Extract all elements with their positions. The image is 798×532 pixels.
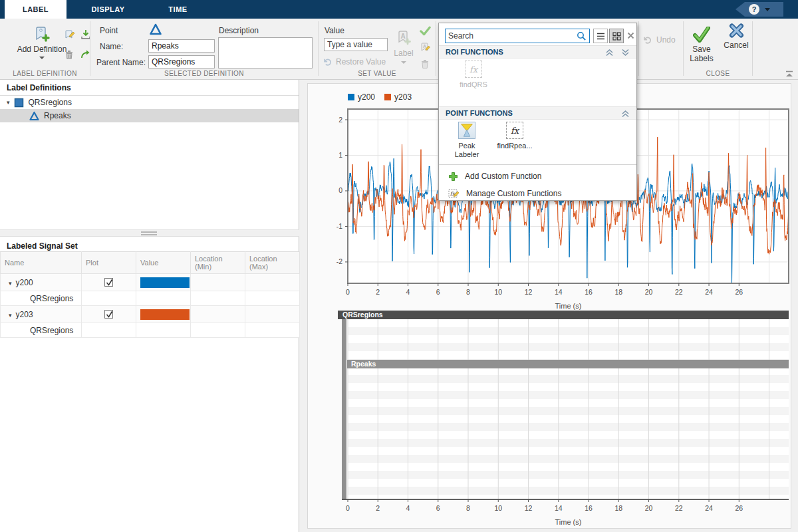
- svg-text:8: 8: [466, 504, 470, 512]
- edit-labels-button[interactable]: A: [418, 41, 432, 54]
- table-row[interactable]: QRSregions: [1, 323, 300, 338]
- gallery-item-label: findRpea...: [496, 142, 533, 150]
- gallery-item-findrpeaks[interactable]: fx findRpea...: [496, 122, 533, 150]
- label-track-plot[interactable]: QRSregionsRpeaks02468101214161820222426T…: [321, 307, 792, 526]
- tree-item-rpeaks[interactable]: Rpeaks: [0, 109, 299, 122]
- location-max-cell[interactable]: [245, 274, 300, 291]
- name-field[interactable]: [148, 39, 215, 53]
- section-header-roi-functions[interactable]: ROI FUNCTIONS: [439, 45, 636, 59]
- tab-label[interactable]: LABEL: [5, 0, 66, 19]
- col-value[interactable]: Value: [136, 252, 191, 274]
- save-check-icon: [693, 27, 710, 43]
- chevron-down-icon: [765, 8, 770, 11]
- section-title: SET VALUE: [319, 70, 436, 77]
- type-label: Point: [100, 26, 118, 35]
- add-custom-function-button[interactable]: Add Custom Function: [439, 168, 636, 185]
- svg-text:QRSregions: QRSregions: [342, 311, 383, 319]
- svg-text:26: 26: [735, 504, 743, 512]
- svg-text:0: 0: [346, 504, 350, 512]
- section-header-point-functions[interactable]: POINT FUNCTIONS: [439, 106, 636, 120]
- close-icon: [627, 32, 634, 39]
- list-view-button[interactable]: [593, 29, 608, 43]
- col-location-max[interactable]: Location (Max): [245, 252, 300, 274]
- expand-caret-icon[interactable]: ▾: [9, 312, 12, 319]
- col-location-min[interactable]: Location (Min): [191, 252, 245, 274]
- svg-text:-2: -2: [336, 257, 342, 265]
- gallery-item-peak-labeler[interactable]: Peak Labeler: [448, 122, 485, 159]
- manage-custom-functions-button[interactable]: fx Manage Custom Functions: [439, 185, 636, 202]
- name-label: Name:: [100, 42, 123, 51]
- plot-checkbox[interactable]: [104, 278, 113, 287]
- description-label: Description: [219, 26, 259, 35]
- chevron-down-icon: [39, 57, 45, 59]
- col-name[interactable]: Name: [1, 252, 82, 274]
- value-field[interactable]: [324, 38, 388, 51]
- col-plot[interactable]: Plot: [82, 252, 136, 274]
- accept-value-button[interactable]: [418, 24, 432, 37]
- save-labels-label: Save Labels: [688, 45, 716, 63]
- svg-text:22: 22: [675, 288, 683, 296]
- table-row[interactable]: QRSregions: [1, 291, 300, 306]
- delete-definition-button[interactable]: [63, 48, 76, 61]
- svg-text:4: 4: [406, 504, 410, 512]
- collapse-section-icon[interactable]: [621, 110, 630, 118]
- svg-text:26: 26: [735, 288, 743, 296]
- table-row[interactable]: ▾y200: [1, 274, 300, 291]
- grid-view-button[interactable]: [609, 29, 624, 43]
- expand-caret-icon[interactable]: ▾: [7, 99, 10, 106]
- tab-time[interactable]: TIME: [150, 0, 206, 19]
- label-name: QRSregions: [30, 294, 73, 303]
- section-close: Save Labels Cancel CLOSE: [684, 19, 752, 79]
- tree-item-qrsregions[interactable]: ▾ QRSregions: [0, 96, 299, 109]
- svg-text:6: 6: [436, 504, 440, 512]
- parent-name-field[interactable]: [148, 55, 215, 68]
- toolstrip-tab-bar: LABEL DISPLAY TIME ?: [0, 0, 798, 19]
- labeled-signal-set-table: Name Plot Value Location (Min) Location …: [0, 251, 300, 338]
- section-title: ROI FUNCTIONS: [446, 48, 503, 56]
- svg-text:6: 6: [436, 288, 440, 296]
- close-gallery-button[interactable]: [626, 31, 636, 41]
- panel-splitter[interactable]: [0, 229, 299, 237]
- tab-display[interactable]: DISPLAY: [66, 0, 150, 19]
- edit-label-icon: [64, 29, 75, 41]
- plot-checkbox[interactable]: [104, 310, 113, 319]
- undo-button[interactable]: Undo: [642, 33, 676, 47]
- location-min-cell[interactable]: [191, 274, 245, 291]
- table-row[interactable]: ▾y203: [1, 306, 300, 323]
- trash-icon: [64, 49, 74, 60]
- tree-item-label: Rpeaks: [44, 111, 71, 120]
- location-min-cell[interactable]: [191, 306, 245, 323]
- toolbar-divider: [638, 21, 639, 76]
- plot-legend: y200 y203: [348, 92, 412, 102]
- cancel-x-icon: [728, 23, 745, 39]
- svg-text:18: 18: [614, 504, 622, 512]
- cancel-label: Cancel: [724, 41, 748, 50]
- expand-caret-icon[interactable]: ▾: [9, 280, 12, 287]
- collapse-toolstrip-button[interactable]: [783, 69, 795, 78]
- svg-text:0: 0: [346, 288, 350, 296]
- description-field[interactable]: [218, 37, 313, 68]
- svg-text:A: A: [422, 44, 426, 49]
- gallery-item-findqrs[interactable]: fx findQRS: [455, 61, 492, 89]
- label-button[interactable]: A Label: [390, 21, 417, 70]
- manage-fx-icon: fx: [448, 189, 460, 199]
- cancel-button[interactable]: Cancel: [721, 23, 751, 66]
- save-labels-button[interactable]: Save Labels: [685, 23, 718, 66]
- scroll-up-icon[interactable]: [605, 49, 614, 57]
- add-label-icon: [33, 25, 51, 43]
- location-max-cell[interactable]: [245, 306, 300, 323]
- svg-text:22: 22: [675, 504, 683, 512]
- search-input[interactable]: [445, 29, 590, 43]
- add-plus-icon: [448, 172, 458, 182]
- signal-name: y200: [16, 278, 33, 287]
- help-menu-button[interactable]: ?: [735, 2, 783, 17]
- toolbar-divider: [752, 21, 753, 76]
- edit-definition-button[interactable]: [63, 28, 76, 41]
- delete-value-button[interactable]: [418, 57, 432, 70]
- peak-labeler-icon: [458, 122, 475, 139]
- legend-item-y200[interactable]: y200: [348, 92, 375, 102]
- scroll-down-icon[interactable]: [621, 49, 630, 57]
- legend-item-y203[interactable]: y203: [384, 92, 412, 102]
- restore-value-button[interactable]: Restore Value: [323, 55, 386, 68]
- search-icon: [577, 31, 587, 41]
